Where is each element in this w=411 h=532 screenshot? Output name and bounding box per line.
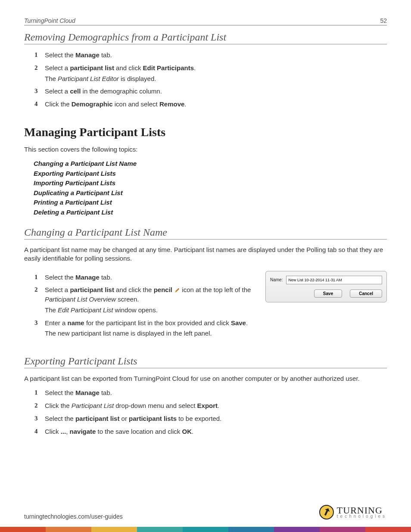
step-number: 2: [34, 285, 38, 295]
edit-participant-list-dialog: Name: Save Cancel: [265, 271, 387, 302]
logo-mark-icon: [319, 504, 334, 520]
step-number: 1: [34, 388, 38, 398]
step-text: Select the Manage tab.: [45, 51, 112, 59]
topic-list-item: Importing Participant Lists: [34, 178, 387, 188]
page-footer: turningtechnologies.com/user-guides TURN…: [24, 504, 387, 520]
steps-removing-demographics: 1Select the Manage tab.2Select a partici…: [24, 50, 387, 109]
steps-changing-name: 1Select the Manage tab.2Select a partici…: [24, 273, 258, 339]
step-item: 3Enter a name for the participant list i…: [34, 318, 258, 339]
step-number: 3: [34, 414, 38, 423]
dialog-name-label: Name:: [270, 277, 283, 282]
topic-list-item: Duplicating a Participant List: [34, 188, 387, 198]
step-item: 1Select the Manage tab.: [34, 388, 387, 398]
section-intro-managing: This section covers the following topics…: [24, 145, 387, 154]
footer-rainbow-bar: [0, 527, 411, 532]
step-item: 2Select a participant list and click the…: [34, 285, 258, 314]
step-text: Select the Manage tab.: [45, 274, 112, 281]
product-name: TurningPoint Cloud: [24, 17, 75, 24]
step-number: 1: [34, 273, 38, 282]
step-text: Select a participant list and click Edit…: [45, 64, 196, 72]
step-item: 1Select the Manage tab.: [34, 273, 258, 282]
topic-list-item: Deleting a Participant List: [34, 208, 387, 218]
section-title-removing-demographics: Removing Demographics from a Participant…: [24, 31, 387, 44]
running-header: TurningPoint Cloud 52: [24, 17, 387, 25]
step-number: 4: [34, 427, 38, 436]
step-number: 1: [34, 50, 38, 60]
dialog-name-input[interactable]: [286, 276, 382, 284]
topic-list-item: Changing a Participant List Name: [34, 159, 387, 169]
topic-list: Changing a Participant List NameExportin…: [24, 159, 387, 217]
topic-list-item: Exporting Participant Lists: [34, 169, 387, 179]
dialog-save-button[interactable]: Save: [314, 289, 342, 298]
footer-url: turningtechnologies.com/user-guides: [24, 513, 123, 520]
step-item: 2Select a participant list and click Edi…: [34, 63, 387, 84]
step-text: Select the participant list or participa…: [45, 415, 221, 422]
step-number: 4: [34, 100, 38, 109]
step-number: 2: [34, 63, 38, 73]
step-text: Click the Participant List drop-down men…: [45, 402, 219, 409]
step-item: 3Select the participant list or particip…: [34, 414, 387, 423]
step-number: 3: [34, 87, 38, 96]
logo-text-sub: technologies: [337, 514, 387, 518]
step-number: 3: [34, 318, 38, 328]
step-number: 2: [34, 401, 38, 411]
step-text: Select a cell in the demographic column.: [45, 87, 162, 95]
step-text: Select a participant list and click the …: [45, 286, 251, 303]
dialog-cancel-button[interactable]: Cancel: [350, 289, 382, 298]
step-text: Enter a name for the participant list in…: [45, 319, 248, 327]
section-intro-changing: A participant list name may be changed a…: [24, 246, 387, 263]
step-item: 4Click ..., navigate to the save locatio…: [34, 427, 387, 436]
pencil-icon: [174, 287, 180, 293]
step-item: 1Select the Manage tab.: [34, 50, 387, 60]
section-intro-exporting: A participant list can be exported from …: [24, 374, 387, 383]
step-subtext: The Participant List Editor is displayed…: [45, 74, 387, 84]
section-title-changing-name: Changing a Participant List Name: [24, 227, 387, 240]
step-subtext: The new participant list name is display…: [45, 329, 258, 338]
step-item: 2Click the Participant List drop-down me…: [34, 401, 387, 411]
turning-technologies-logo: TURNING technologies: [319, 504, 387, 520]
section-title-exporting: Exporting Participant Lists: [24, 355, 387, 368]
step-text: Select the Manage tab.: [45, 389, 112, 396]
step-text: Click the Demographic icon and select Re…: [45, 100, 186, 108]
steps-exporting: 1Select the Manage tab.2Click the Partic…: [24, 388, 387, 436]
step-subtext: The Edit Participant List window opens.: [45, 305, 258, 315]
step-text: Click ..., navigate to the save location…: [45, 428, 193, 435]
page-number: 52: [380, 17, 387, 24]
topic-list-item: Printing a Participant List: [34, 198, 387, 208]
step-item: 4Click the Demographic icon and select R…: [34, 100, 387, 109]
step-item: 3Select a cell in the demographic column…: [34, 87, 387, 96]
section-title-managing-participant-lists: Managing Participant Lists: [24, 125, 387, 139]
